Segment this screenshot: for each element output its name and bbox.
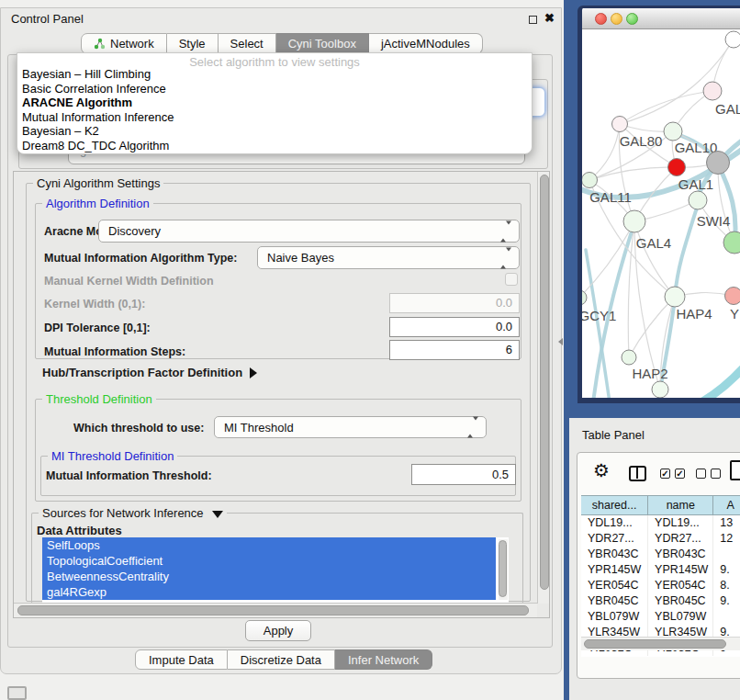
network-canvas[interactable]: GALGAL80GAL10GAL1GAL11SWI4GAL4GCY1HAP4YH… <box>582 29 740 398</box>
tab-cyni-toolbox[interactable]: Cyni Toolbox <box>276 33 369 54</box>
table-scroll-thumb[interactable] <box>584 639 726 649</box>
collapse-arrow-icon[interactable] <box>212 511 223 518</box>
network-node-gal1[interactable] <box>668 159 686 176</box>
list-scroll-thumb[interactable] <box>499 540 507 597</box>
select-all-checkbox-icon[interactable]: ✓ <box>675 469 685 479</box>
float-window-icon[interactable] <box>529 16 537 24</box>
mi-steps-field[interactable]: 6 <box>389 340 520 360</box>
aracne-mode-combo[interactable]: Discovery <box>98 220 520 243</box>
table-cell: YBR045C <box>581 593 648 609</box>
table-row[interactable]: YPR145WYPR145W9. <box>581 562 740 578</box>
network-edge <box>620 91 712 124</box>
network-node-label: GCY1 <box>582 308 616 323</box>
close-panel-icon[interactable]: ✖ <box>544 11 555 25</box>
tab-select[interactable]: Select <box>219 33 276 54</box>
algorithm-item-bayesian-hill-climbing[interactable]: Bayesian – Hill Climbing <box>17 67 532 82</box>
manual-kernel-checkbox[interactable] <box>505 273 518 286</box>
panel-collapse-handle-icon[interactable] <box>558 338 563 345</box>
table-row[interactable]: YDR27...YDR27...12 <box>581 531 740 547</box>
settings-horizontal-scrollbar[interactable] <box>14 603 537 617</box>
combo-stepper-icon <box>500 251 511 265</box>
network-edge <box>582 221 634 298</box>
algorithm-item-bayesian-k2[interactable]: Bayesian – K2 <box>17 124 532 139</box>
columns-icon[interactable] <box>629 466 646 481</box>
table-header-cell[interactable]: shared... <box>581 495 648 515</box>
tab-style[interactable]: Style <box>167 33 219 54</box>
tab-infer-network[interactable]: Infer Network <box>335 649 432 670</box>
network-node-gcy1[interactable] <box>582 290 587 305</box>
table-cell <box>713 609 740 625</box>
network-node-label: HAP4 <box>676 306 712 322</box>
algorithm-item-aracne-algorithm[interactable]: ARACNE Algorithm <box>17 96 532 110</box>
network-node-gal4[interactable] <box>623 210 645 232</box>
table-row[interactable]: YBL079WYBL079W <box>581 609 740 625</box>
network-node-hap2[interactable] <box>622 350 636 365</box>
network-node-y[interactable] <box>725 288 740 305</box>
select-all-checkbox-icon[interactable]: ✓ <box>660 469 670 479</box>
control-panel-tabs: NetworkStyleSelectCyni ToolboxjActiveMNo… <box>81 33 483 54</box>
mi-type-combo[interactable]: Naive Bayes <box>257 246 520 269</box>
table-header-cell[interactable]: name <box>648 495 713 515</box>
list-scrollbar[interactable] <box>499 539 508 600</box>
attribute-item-selfloops[interactable]: SelfLoops <box>42 537 496 553</box>
table-header-row: shared...nameA <box>581 495 740 515</box>
tab-impute-data[interactable]: Impute Data <box>135 649 228 670</box>
cyni-settings-title: Cyni Algorithm Settings <box>33 176 163 190</box>
algorithm-item-dream8-dc-tdc-algorithm[interactable]: Dream8 DC_TDC Algorithm <box>17 139 532 153</box>
tab-discretize-data[interactable]: Discretize Data <box>228 649 335 670</box>
network-window-titlebar[interactable] <box>582 8 740 29</box>
gear-icon[interactable]: ⚙ <box>593 461 610 480</box>
network-node[interactable] <box>707 152 730 175</box>
dpi-tolerance-field[interactable]: 0.0 <box>389 317 520 337</box>
table-header-cell[interactable]: A <box>713 495 740 515</box>
network-node-gal[interactable] <box>703 82 722 100</box>
network-edge <box>589 124 620 180</box>
network-icon <box>94 38 106 50</box>
horizontal-scroll-thumb[interactable] <box>17 605 529 615</box>
network-node-gal80[interactable] <box>612 117 628 132</box>
network-node-gal10[interactable] <box>664 122 682 141</box>
algorithm-item-mutual-information-inference[interactable]: Mutual Information Inference <box>17 110 532 125</box>
table-cell: YBR043C <box>648 547 713 562</box>
tab-jactivemnodules[interactable]: jActiveMNodules <box>369 33 483 54</box>
table-row[interactable]: YER054CYER054C8. <box>581 578 740 593</box>
deselect-all-checkbox-icon[interactable] <box>696 469 706 479</box>
network-node-label: GAL <box>715 101 740 117</box>
apply-button[interactable]: Apply <box>245 620 311 641</box>
deselect-all-checkbox-icon[interactable] <box>711 469 721 479</box>
attribute-item-betweennesscentrality[interactable]: BetweennessCentrality <box>42 569 496 584</box>
network-node-swi4[interactable] <box>689 191 707 209</box>
settings-vertical-scrollbar[interactable] <box>537 172 549 604</box>
dpi-tolerance-label: DPI Tolerance [0,1]: <box>44 322 151 334</box>
network-graph: GALGAL80GAL10GAL1GAL11SWI4GAL4GCY1HAP4YH… <box>582 29 740 398</box>
network-node-hap4[interactable] <box>665 287 685 307</box>
control-panel-titlebar: Control Panel ✖ <box>0 7 562 31</box>
kernel-width-label: Kernel Width (0,1): <box>44 298 145 310</box>
network-node-gal11[interactable] <box>582 173 598 188</box>
table-horizontal-scrollbar[interactable] <box>581 637 740 650</box>
table-cell: YPR145W <box>648 562 713 578</box>
table-row[interactable]: YBR043CYBR043C <box>581 547 740 562</box>
tab-network[interactable]: Network <box>81 33 167 54</box>
vertical-scroll-thumb[interactable] <box>540 175 549 590</box>
hub-factor-expander[interactable]: Hub/Transcription Factor Definition <box>42 366 257 379</box>
attribute-item-topologicalcoefficient[interactable]: TopologicalCoefficient <box>42 553 496 569</box>
mi-threshold-field[interactable]: 0.5 <box>411 464 516 485</box>
table-row[interactable]: YDL19...YDL19...13 <box>581 515 740 531</box>
data-attributes-list[interactable]: SelfLoopsTopologicalCoefficientBetweenne… <box>42 537 509 604</box>
collapsed-panel-icon[interactable] <box>7 686 27 700</box>
threshold-combo[interactable]: MI Threshold <box>214 416 487 438</box>
export-table-icon[interactable] <box>730 460 740 480</box>
bottom-tabs: Impute DataDiscretize DataInfer Network <box>135 649 432 670</box>
network-node[interactable] <box>725 31 740 48</box>
zoom-traffic-light[interactable] <box>626 13 638 25</box>
algorithm-item-basic-correlation-inference[interactable]: Basic Correlation Inference <box>17 82 532 96</box>
close-traffic-light[interactable] <box>595 13 607 25</box>
network-node[interactable] <box>652 381 668 398</box>
aracne-mode-value: Discovery <box>108 224 161 238</box>
minimize-traffic-light[interactable] <box>611 13 622 25</box>
mi-threshold-group-title: MI Threshold Definition <box>48 449 177 463</box>
kernel-width-field[interactable]: 0.0 <box>389 293 520 313</box>
table-row[interactable]: YBR045CYBR045C9. <box>581 593 740 609</box>
attribute-item-gal4rgexp[interactable]: gal4RGexp <box>42 584 496 600</box>
